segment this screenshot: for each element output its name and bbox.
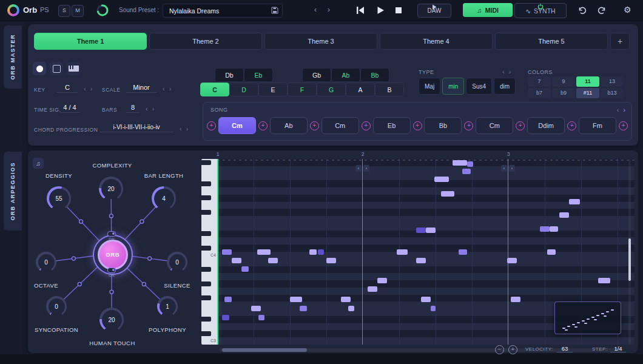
- note-chip-E[interactable]: E: [258, 83, 288, 96]
- song-chord-6[interactable]: Cm: [476, 117, 513, 134]
- note[interactable]: [507, 258, 517, 263]
- synth-power-icon[interactable]: [537, 4, 544, 10]
- black-key[interactable]: [201, 317, 211, 322]
- song-prev-icon[interactable]: ‹: [617, 106, 619, 113]
- note[interactable]: [300, 306, 307, 311]
- undo-icon[interactable]: [577, 6, 587, 15]
- type-prev-icon[interactable]: ‹: [502, 68, 505, 75]
- add-chord-icon[interactable]: +: [619, 121, 628, 130]
- vertical-scrollbar-thumb[interactable]: [628, 238, 631, 281]
- song-next-icon[interactable]: ›: [623, 106, 625, 113]
- add-chord-icon[interactable]: +: [258, 121, 268, 130]
- chords-view-icon[interactable]: [50, 62, 63, 75]
- tab-orb-arpeggios[interactable]: ORB ARPEGGIOS: [4, 152, 22, 231]
- note[interactable]: [224, 297, 232, 302]
- note[interactable]: [462, 169, 471, 174]
- add-chord-icon[interactable]: +: [310, 121, 319, 130]
- stop-icon[interactable]: [394, 6, 403, 15]
- type-option-Maj[interactable]: Maj: [419, 78, 440, 95]
- type-option-dim[interactable]: dim: [494, 78, 516, 95]
- note-chip-B[interactable]: B: [375, 83, 404, 96]
- black-key[interactable]: [201, 246, 211, 251]
- note[interactable]: [397, 249, 408, 255]
- theme-tab-5[interactable]: Theme 5: [495, 33, 608, 50]
- daw-button[interactable]: DAW: [417, 4, 451, 18]
- preset-next-icon[interactable]: ›: [324, 5, 334, 16]
- note[interactable]: [511, 297, 520, 302]
- orb-toggle-bottom[interactable]: ON: [107, 268, 116, 277]
- song-chord-7[interactable]: Ddim: [527, 117, 565, 134]
- knob-human-touch[interactable]: 20: [99, 308, 124, 332]
- theme-tab-1[interactable]: Theme 1: [34, 33, 147, 50]
- knob-polyphony[interactable]: 1: [157, 296, 178, 317]
- black-key[interactable]: [201, 331, 211, 336]
- note[interactable]: [540, 226, 550, 232]
- note[interactable]: [559, 212, 569, 218]
- vertical-scrollbar[interactable]: [628, 159, 631, 345]
- progression-value[interactable]: i-VI-i-III-VII-i-iio-iv: [99, 124, 173, 132]
- note[interactable]: [377, 278, 387, 283]
- settings-gear-icon[interactable]: ⚙: [624, 5, 631, 15]
- bars-prev-icon[interactable]: ‹: [146, 105, 148, 112]
- key-next-icon[interactable]: ›: [90, 85, 93, 92]
- preset-prev-icon[interactable]: ‹: [311, 5, 320, 16]
- note[interactable]: [318, 249, 324, 255]
- note[interactable]: [290, 297, 302, 302]
- note-chip-D[interactable]: D: [229, 83, 258, 96]
- knob-syncopation[interactable]: 0: [46, 296, 67, 317]
- bars-next-icon[interactable]: ›: [152, 105, 155, 112]
- note[interactable]: [241, 266, 249, 272]
- type-option-Sus4[interactable]: Sus4: [466, 78, 492, 95]
- color-cell-13[interactable]: 13: [601, 76, 624, 87]
- note[interactable]: [257, 249, 271, 255]
- scale-value[interactable]: Minor: [126, 84, 157, 93]
- note-chip-Bb[interactable]: Bb: [360, 68, 389, 82]
- save-icon[interactable]: [271, 7, 278, 14]
- progression-next-icon[interactable]: ›: [186, 125, 189, 132]
- song-chord-5[interactable]: Bb: [424, 117, 462, 134]
- add-chord-icon[interactable]: +: [362, 121, 371, 130]
- note[interactable]: [441, 191, 454, 197]
- marker-left-handle-icon[interactable]: ‹: [501, 165, 507, 172]
- note[interactable]: [426, 228, 436, 233]
- zoom-in-button[interactable]: +: [508, 345, 517, 354]
- note[interactable]: [416, 228, 426, 233]
- note[interactable]: [222, 315, 229, 320]
- note-chip-A[interactable]: A: [346, 83, 375, 96]
- solo-button[interactable]: S: [58, 5, 70, 17]
- step-value[interactable]: 1/4: [610, 345, 626, 352]
- piano-keyboard[interactable]: C4C3: [201, 159, 217, 345]
- marker-right-handle-icon[interactable]: ›: [363, 165, 369, 172]
- note[interactable]: [421, 297, 431, 302]
- knob-density[interactable]: 55: [47, 186, 71, 211]
- note[interactable]: [547, 249, 556, 255]
- bars-value[interactable]: 8: [126, 104, 140, 113]
- zoom-out-button[interactable]: −: [495, 345, 504, 354]
- marker-left-handle-icon[interactable]: ‹: [355, 165, 362, 172]
- note[interactable]: [348, 306, 354, 311]
- theme-tab-3[interactable]: Theme 3: [264, 33, 377, 50]
- type-option-min[interactable]: min: [442, 78, 464, 95]
- tab-orb-master[interactable]: ORB MASTER: [4, 25, 22, 89]
- black-key[interactable]: [201, 231, 211, 236]
- add-chord-icon[interactable]: +: [464, 121, 473, 130]
- add-chord-icon[interactable]: +: [207, 121, 216, 130]
- black-key[interactable]: [201, 160, 211, 165]
- note-chip-Gb[interactable]: Gb: [302, 68, 331, 82]
- add-chord-icon[interactable]: +: [516, 121, 525, 130]
- knob-silence[interactable]: 0: [167, 252, 187, 272]
- knob-octave[interactable]: 0: [36, 252, 56, 272]
- note[interactable]: [341, 297, 351, 302]
- note[interactable]: [416, 258, 426, 263]
- note[interactable]: [258, 315, 264, 320]
- orb-toggle-top[interactable]: ON: [107, 231, 116, 241]
- horizontal-scrollbar-thumb[interactable]: [222, 348, 307, 352]
- color-cell-b13[interactable]: b13: [601, 88, 624, 98]
- note[interactable]: [251, 306, 261, 311]
- note-chip-Db[interactable]: Db: [215, 68, 244, 82]
- black-key[interactable]: [201, 281, 211, 286]
- velocity-value[interactable]: 63: [557, 345, 573, 352]
- black-key[interactable]: [201, 295, 211, 300]
- note[interactable]: [268, 258, 278, 263]
- song-chord-3[interactable]: Cm: [322, 117, 359, 134]
